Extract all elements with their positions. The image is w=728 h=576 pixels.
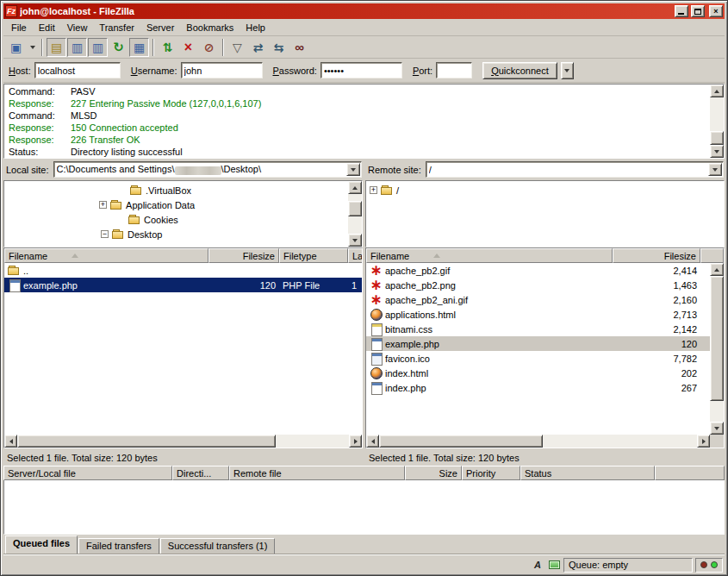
file-row-item[interactable]: ..	[4, 263, 362, 278]
password-input[interactable]	[320, 62, 402, 78]
local-tree-scrollbar[interactable]	[348, 181, 362, 247]
toggle-remote-tree-button[interactable]: ▥	[88, 38, 108, 57]
tree-item-desktop[interactable]: − Desktop	[4, 227, 348, 241]
remote-horizontal-scrollbar[interactable]	[366, 435, 710, 448]
quickconnect-dropdown-button[interactable]	[561, 62, 574, 79]
maximize-button[interactable]	[691, 5, 705, 17]
cell-filename: bitnami.css	[366, 322, 613, 336]
column-header-remote-file[interactable]: Remote file	[229, 466, 405, 480]
scroll-left-button[interactable]	[4, 435, 17, 448]
remote-site-dropdown-button[interactable]	[708, 163, 722, 176]
tab-successful-transfers-1[interactable]: Successful transfers (1)	[160, 538, 276, 554]
local-site-combobox[interactable]: C:\Documents and Settings\\Desktop\	[53, 161, 362, 178]
scroll-right-button[interactable]	[697, 435, 710, 448]
quickconnect-button[interactable]: Quickconnect	[482, 62, 557, 79]
file-row-index-html[interactable]: index.html202	[366, 366, 710, 380]
refresh-button[interactable]: ↻	[109, 38, 128, 57]
file-row-bitnami-css[interactable]: bitnami.css2,142	[366, 322, 710, 336]
process-queue-button[interactable]: ⇅	[158, 38, 177, 57]
host-input[interactable]	[34, 62, 121, 78]
column-header-filename[interactable]: Filename	[4, 248, 208, 263]
toggle-queue-button[interactable]: ▦	[129, 38, 149, 57]
cancel-operation-button[interactable]: ×	[178, 38, 198, 57]
column-header-size[interactable]: Size	[405, 466, 462, 480]
scrollbar-track[interactable]	[710, 97, 724, 145]
remote-site-combobox[interactable]: /	[426, 161, 724, 178]
username-input[interactable]	[181, 62, 263, 78]
file-row-example-php[interactable]: example.php120	[366, 336, 710, 351]
keypad-icon[interactable]	[547, 558, 561, 572]
scrollbar-track[interactable]	[17, 435, 349, 448]
scrollbar-thumb[interactable]	[710, 276, 724, 401]
column-header-filesize[interactable]: Filesize	[208, 248, 279, 263]
directory-filter-button[interactable]: ▽	[227, 38, 247, 57]
menu-item-transfer[interactable]: Transfer	[93, 20, 140, 35]
find-files-button[interactable]: ∞	[289, 38, 309, 57]
scrollbar-thumb[interactable]	[379, 435, 543, 448]
scrollbar-track[interactable]	[379, 435, 697, 448]
scroll-up-button[interactable]	[710, 85, 724, 97]
menu-bar: FileEditViewTransferServerBookmarksHelp	[3, 19, 725, 36]
directory-comparison-button[interactable]: ⇄	[248, 38, 268, 57]
datatype-indicator-icon[interactable]: A	[531, 558, 544, 572]
column-header-filename[interactable]: Filename	[366, 248, 613, 263]
disconnect-button[interactable]: ⊘	[199, 38, 219, 57]
site-manager-button[interactable]: ▣	[6, 38, 26, 57]
tree-item-cookies[interactable]: Cookies	[4, 212, 348, 227]
minimize-button[interactable]	[675, 5, 688, 17]
tree-item-item[interactable]: + /	[366, 183, 724, 197]
tree-item-application-data[interactable]: + Application Data	[4, 197, 348, 212]
toggle-local-tree-button[interactable]: ▥	[67, 38, 87, 57]
scroll-right-button[interactable]	[349, 435, 362, 448]
tree-expander-minus[interactable]: −	[101, 230, 109, 238]
column-header-priority[interactable]: Priority	[462, 466, 520, 480]
file-row-apache-pb2-png[interactable]: apache_pb2.png1,463	[366, 278, 710, 292]
column-header-server-local-file[interactable]: Server/Local file	[3, 466, 172, 480]
column-header-filetype[interactable]: Filetype	[279, 248, 348, 263]
scroll-up-button[interactable]	[710, 263, 724, 276]
port-input[interactable]	[436, 62, 472, 78]
local-horizontal-scrollbar[interactable]	[4, 435, 362, 448]
file-row-example-php[interactable]: example.php120PHP File1	[4, 278, 362, 292]
close-button[interactable]: ×	[709, 5, 723, 17]
tab-failed-transfers[interactable]: Failed transfers	[78, 538, 159, 554]
column-header-filesize[interactable]: Filesize	[613, 248, 700, 263]
scrollbar-track[interactable]	[710, 276, 724, 422]
scroll-left-button[interactable]	[366, 435, 379, 448]
tree-item-virtualbox[interactable]: .VirtualBox	[4, 183, 348, 197]
remote-vertical-scrollbar[interactable]	[710, 263, 724, 435]
column-header-status[interactable]: Status	[520, 466, 655, 480]
tab-queued-files[interactable]: Queued files	[5, 535, 78, 554]
queue-body[interactable]	[3, 480, 725, 535]
file-row-apache-pb2-gif[interactable]: apache_pb2.gif2,414	[366, 263, 710, 278]
cell-text: ..	[23, 266, 28, 276]
scrollbar-thumb[interactable]	[17, 435, 276, 448]
menu-item-file[interactable]: File	[5, 20, 33, 35]
scrollbar-thumb[interactable]	[710, 131, 724, 145]
file-row-applications-html[interactable]: applications.html2,713	[366, 307, 710, 322]
file-row-apache-pb2-ani-gif[interactable]: apache_pb2_ani.gif2,160	[366, 292, 710, 307]
menu-item-bookmarks[interactable]: Bookmarks	[180, 20, 240, 35]
site-manager-dropdown-button[interactable]	[27, 38, 38, 57]
menu-item-view[interactable]: View	[61, 20, 94, 35]
scroll-down-button[interactable]	[348, 234, 362, 247]
tree-expander-plus[interactable]: +	[370, 186, 377, 194]
scroll-up-button[interactable]	[348, 181, 362, 194]
column-header-last-modified[interactable]: Last modified	[348, 248, 362, 263]
menu-item-server[interactable]: Server	[140, 20, 180, 35]
synchronized-browsing-button[interactable]: ⇆	[269, 38, 289, 57]
scrollbar-thumb[interactable]	[348, 201, 362, 216]
scrollbar-track[interactable]	[348, 194, 362, 234]
menu-item-help[interactable]: Help	[240, 20, 271, 35]
tree-expander-plus[interactable]: +	[99, 201, 107, 209]
toggle-message-log-button[interactable]: ▤	[47, 38, 66, 57]
column-header-directi[interactable]: Directi...	[172, 466, 229, 480]
scroll-down-button[interactable]	[710, 145, 724, 158]
file-row-favicon-ico[interactable]: favicon.ico7,782	[366, 351, 710, 366]
log-scrollbar[interactable]	[710, 85, 724, 158]
scroll-down-button[interactable]	[710, 422, 724, 435]
local-site-dropdown-button[interactable]	[346, 163, 360, 176]
file-row-index-php[interactable]: index.php267	[366, 380, 710, 395]
menu-item-edit[interactable]: Edit	[33, 20, 61, 35]
title-bar[interactable]: Fz john@localhost - FileZilla ×	[3, 3, 725, 19]
